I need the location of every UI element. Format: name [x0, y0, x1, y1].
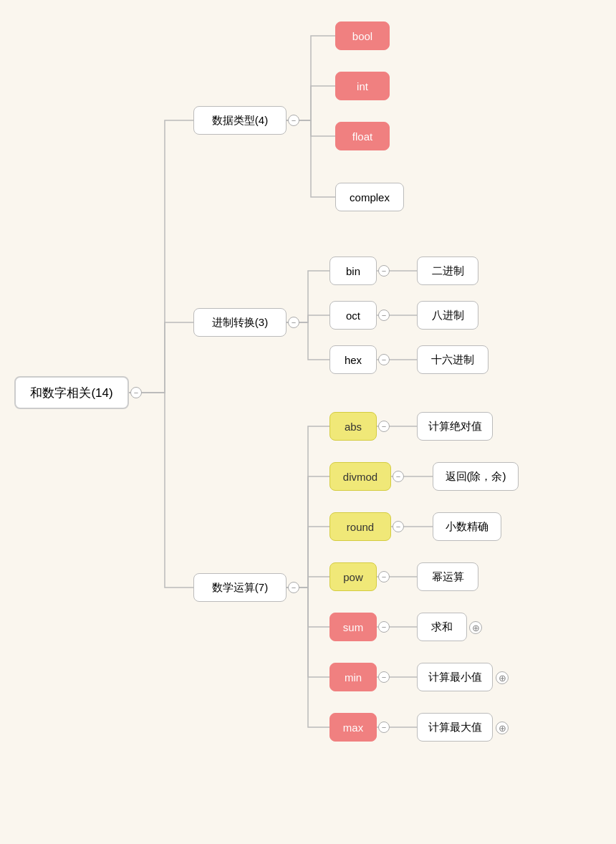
leaf-pow-collapse[interactable]: − [378, 571, 390, 582]
desc-hex[interactable]: 十六进制 [417, 345, 489, 374]
leaf-int-label: int [357, 80, 368, 92]
branch-math-ops[interactable]: 数学运算(7) [193, 573, 287, 602]
desc-divmod[interactable]: 返回(除，余) [433, 462, 519, 491]
max-add-button[interactable]: ⊕ [496, 721, 509, 734]
desc-sum-label: 求和 [431, 620, 453, 634]
leaf-int[interactable]: int [335, 72, 390, 100]
leaf-round-label: round [347, 521, 374, 533]
branch-data-types-collapse[interactable]: − [288, 115, 299, 126]
sum-add-button[interactable]: ⊕ [469, 621, 482, 634]
desc-sum[interactable]: 求和 [417, 613, 467, 641]
leaf-complex-label: complex [350, 191, 390, 203]
leaf-sum-collapse[interactable]: − [378, 621, 390, 633]
desc-max[interactable]: 计算最大值 [417, 713, 493, 742]
leaf-oct-collapse[interactable]: − [378, 310, 390, 321]
leaf-oct-label: oct [346, 310, 360, 322]
desc-binary[interactable]: 二进制 [417, 256, 478, 285]
root-label: 和数字相关(14) [30, 385, 112, 401]
desc-abs[interactable]: 计算绝对值 [417, 412, 493, 441]
min-add-button[interactable]: ⊕ [496, 671, 509, 684]
leaf-pow-label: pow [343, 571, 363, 583]
branch-data-types-label: 数据类型(4) [212, 114, 268, 128]
leaf-abs-label: abs [345, 421, 362, 433]
leaf-bin-label: bin [346, 265, 360, 277]
leaf-bool[interactable]: bool [335, 21, 390, 50]
branch-data-types[interactable]: 数据类型(4) [193, 106, 287, 135]
desc-divmod-label: 返回(除，余) [446, 470, 506, 484]
leaf-min-label: min [345, 671, 362, 684]
leaf-max-collapse[interactable]: − [378, 721, 390, 733]
mind-map: 和数字相关(14) − 数据类型(4) − bool int float com… [0, 0, 616, 844]
leaf-sum-label: sum [343, 621, 363, 633]
leaf-round-collapse[interactable]: − [393, 521, 404, 532]
desc-hex-label: 十六进制 [431, 353, 474, 367]
leaf-min[interactable]: min [329, 663, 377, 691]
leaf-max[interactable]: max [329, 713, 377, 742]
root-node[interactable]: 和数字相关(14) [14, 376, 129, 409]
branch-base-convert-label: 进制转换(3) [212, 316, 268, 330]
desc-pow-label: 幂运算 [432, 570, 464, 584]
desc-pow[interactable]: 幂运算 [417, 562, 478, 591]
branch-math-ops-label: 数学运算(7) [212, 581, 268, 595]
branch-base-convert[interactable]: 进制转换(3) [193, 308, 287, 337]
leaf-complex[interactable]: complex [335, 183, 404, 211]
leaf-float-label: float [352, 130, 372, 143]
branch-base-convert-collapse[interactable]: − [288, 317, 299, 328]
leaf-sum[interactable]: sum [329, 613, 377, 641]
desc-min[interactable]: 计算最小值 [417, 663, 493, 691]
leaf-divmod-collapse[interactable]: − [393, 471, 404, 482]
leaf-round[interactable]: round [329, 512, 391, 541]
desc-min-label: 计算最小值 [428, 671, 482, 684]
leaf-pow[interactable]: pow [329, 562, 377, 591]
leaf-divmod-label: divmod [343, 471, 377, 483]
leaf-hex[interactable]: hex [329, 345, 377, 374]
desc-abs-label: 计算绝对值 [428, 420, 482, 433]
leaf-hex-label: hex [345, 354, 362, 366]
root-collapse[interactable]: − [130, 387, 142, 398]
leaf-divmod[interactable]: divmod [329, 462, 391, 491]
desc-round[interactable]: 小数精确 [433, 512, 501, 541]
leaf-min-collapse[interactable]: − [378, 671, 390, 683]
desc-binary-label: 二进制 [432, 264, 464, 278]
desc-octal[interactable]: 八进制 [417, 301, 478, 330]
leaf-max-label: max [343, 721, 363, 734]
leaf-abs[interactable]: abs [329, 412, 377, 441]
desc-octal-label: 八进制 [432, 309, 464, 322]
leaf-bin[interactable]: bin [329, 256, 377, 285]
desc-max-label: 计算最大值 [428, 721, 482, 734]
leaf-float[interactable]: float [335, 122, 390, 150]
leaf-hex-collapse[interactable]: − [378, 354, 390, 365]
leaf-abs-collapse[interactable]: − [378, 421, 390, 432]
leaf-oct[interactable]: oct [329, 301, 377, 330]
leaf-bool-label: bool [352, 30, 372, 42]
leaf-bin-collapse[interactable]: − [378, 265, 390, 277]
branch-math-ops-collapse[interactable]: − [288, 582, 299, 593]
desc-round-label: 小数精确 [446, 520, 489, 534]
connection-lines [0, 0, 616, 844]
